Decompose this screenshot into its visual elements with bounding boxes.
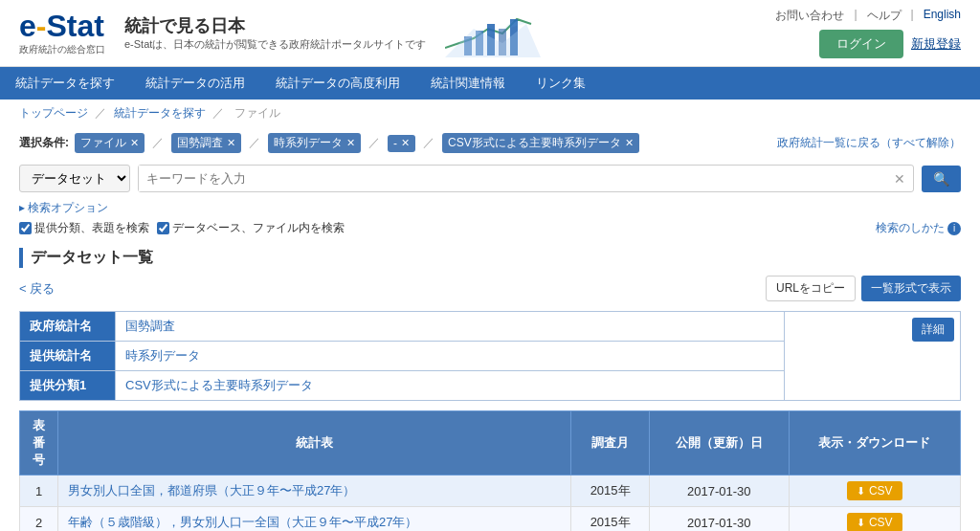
nav-item-use[interactable]: 統計データの活用 xyxy=(130,67,260,100)
search-how-link[interactable]: 検索のしかた i xyxy=(876,220,961,236)
row2-dl: CSV xyxy=(789,507,960,532)
section-title: データセット一覧 xyxy=(19,248,153,268)
table-row: 2 年齢（５歳階級），男女別人口一全国（大正９年〜平成27年） 2015年 20… xyxy=(20,507,961,532)
logo: e-Stat xyxy=(19,11,104,41)
filter-tag-dash: - ✕ xyxy=(388,135,415,152)
col-date: 公開（更新）日 xyxy=(650,411,790,476)
row1-num: 1 xyxy=(20,476,58,507)
breadcrumb-top[interactable]: トップページ xyxy=(19,106,88,120)
breadcrumb: トップページ ／ 統計データを探す ／ ファイル xyxy=(0,100,980,127)
info-link-gov[interactable]: 国勢調査 xyxy=(125,319,175,333)
back-link[interactable]: 戻る xyxy=(19,280,55,298)
reset-all-link[interactable]: 政府統計一覧に戻る（すべて解除） xyxy=(777,136,961,149)
info-link-category[interactable]: CSV形式による主要時系列データ xyxy=(125,378,313,392)
row2-date: 2017-01-30 xyxy=(650,507,790,532)
filter-tag-census: 国勢調査 ✕ xyxy=(171,133,241,153)
main-nav: 統計データを探す 統計データの活用 統計データの高度利用 統計関連情報 リンク集 xyxy=(0,67,980,100)
header-right: お問い合わせ | ヘルプ | English ログイン 新規登録 xyxy=(775,8,961,58)
filter-tag-file-close[interactable]: ✕ xyxy=(130,137,139,149)
info-label-stats: 提供統計名 xyxy=(20,342,116,371)
col-title: 統計表 xyxy=(58,411,571,476)
check-title-text: 提供分類、表題を検索 xyxy=(34,220,149,236)
info-value-stats: 時系列データ xyxy=(116,342,785,371)
logo-dash: - xyxy=(36,9,47,43)
header-left: e-Stat 政府統計の総合窓口 統計で見る日本 e-Statは、日本の統計が閲… xyxy=(19,10,541,57)
row2-title: 年齢（５歳階級），男女別人口一全国（大正９年〜平成27年） xyxy=(58,507,571,532)
filter-tag-csv-text: CSV形式による主要時系列データ xyxy=(448,135,621,151)
search-options-row: 提供分類、表題を検索 データベース、ファイル内を検索 検索のしかた i xyxy=(19,220,961,236)
nav-item-search[interactable]: 統計データを探す xyxy=(0,67,130,100)
logo-area: e-Stat 政府統計の総合窓口 xyxy=(19,11,105,56)
nav-item-related[interactable]: 統計関連情報 xyxy=(415,67,521,100)
data-table-header-row: 表番号 統計表 調査月 公開（更新）日 表示・ダウンロード xyxy=(20,411,961,476)
info-row-gov: 政府統計名 国勢調査 詳細 xyxy=(20,312,961,342)
search-bar: データセット ✕ 🔍 xyxy=(0,159,980,198)
col-num: 表番号 xyxy=(20,411,58,476)
table-row: 1 男女別人口全国，都道府県（大正９年〜平成27年） 2015年 2017-01… xyxy=(20,476,961,507)
row2-year: 2015年 xyxy=(571,507,650,532)
info-table: 政府統計名 国勢調査 詳細 提供統計名 時系列データ 提供分類1 CSV形式によ… xyxy=(19,311,961,401)
check-db[interactable] xyxy=(157,222,169,234)
list-view-button[interactable]: 一覧形式で表示 xyxy=(861,276,961,301)
filter-label: 選択条件: xyxy=(19,135,69,151)
logo-e: e xyxy=(19,9,36,43)
col-year: 調査月 xyxy=(571,411,650,476)
filter-tag-census-close[interactable]: ✕ xyxy=(227,137,235,149)
logo-subtitle: 政府統計の総合窓口 xyxy=(19,43,105,56)
contact-link[interactable]: お問い合わせ xyxy=(775,8,844,24)
row2-num: 2 xyxy=(20,507,58,532)
header-links: お問い合わせ | ヘルプ | English xyxy=(775,8,961,24)
filter-tag-timeseries-close[interactable]: ✕ xyxy=(346,137,355,149)
check-title[interactable] xyxy=(19,222,32,234)
info-label-gov: 政府統計名 xyxy=(20,312,116,342)
action-buttons: URLをコピー 一覧形式で表示 xyxy=(766,276,961,301)
info-link-stats[interactable]: 時系列データ xyxy=(125,348,200,363)
filter-tag-file: ファイル ✕ xyxy=(75,133,145,153)
check-db-text: データベース、ファイル内を検索 xyxy=(172,220,345,236)
search-type-select[interactable]: データセット xyxy=(19,165,130,192)
info-value-category: CSV形式による主要時系列データ xyxy=(116,371,785,401)
filter-bar: 選択条件: ファイル ✕ ／ 国勢調査 ✕ ／ 時系列データ ✕ ／ - ✕ ／… xyxy=(0,127,980,159)
col-dl: 表示・ダウンロード xyxy=(789,411,960,476)
check-label-db[interactable]: データベース、ファイル内を検索 xyxy=(157,220,345,236)
breadcrumb-current: ファイル xyxy=(234,106,280,120)
english-link[interactable]: English xyxy=(924,8,961,24)
row1-title-link[interactable]: 男女別人口全国，都道府県（大正９年〜平成27年） xyxy=(68,483,355,498)
search-options-link[interactable]: ▸ 検索オプション xyxy=(19,201,108,214)
section-title-area: データセット一覧 xyxy=(0,240,980,272)
row1-year: 2015年 xyxy=(571,476,650,507)
filter-tag-timeseries-text: 時系列データ xyxy=(274,135,343,151)
search-clear-button[interactable]: ✕ xyxy=(886,171,913,187)
row2-title-link[interactable]: 年齢（５歳階級），男女別人口一全国（大正９年〜平成27年） xyxy=(68,515,417,529)
tagline-desc: e-Statは、日本の統計が閲覧できる政府統計ポータルサイトです xyxy=(124,37,426,52)
row1-csv-button[interactable]: CSV xyxy=(847,481,902,500)
url-copy-button[interactable]: URLをコピー xyxy=(766,276,856,301)
search-input[interactable] xyxy=(139,166,886,191)
search-how-text: 検索のしかた xyxy=(876,220,945,236)
check-label-title[interactable]: 提供分類、表題を検索 xyxy=(19,220,149,236)
help-link[interactable]: ヘルプ xyxy=(867,8,902,24)
tagline-title: 統計で見る日本 xyxy=(124,14,426,37)
data-table: 表番号 統計表 調査月 公開（更新）日 表示・ダウンロード 1 男女別人口全国，… xyxy=(19,410,961,531)
row2-csv-button[interactable]: CSV xyxy=(847,513,902,531)
detail-button[interactable]: 詳細 xyxy=(912,318,954,342)
register-button[interactable]: 新規登録 xyxy=(911,30,961,58)
search-button[interactable]: 🔍 xyxy=(922,166,961,192)
filter-tag-csv: CSV形式による主要時系列データ ✕ xyxy=(442,133,639,153)
breadcrumb-search[interactable]: 統計データを探す xyxy=(114,106,206,120)
info-icon: i xyxy=(947,222,961,235)
filter-tag-census-text: 国勢調査 xyxy=(177,135,223,151)
info-value-gov: 国勢調査 xyxy=(116,312,785,342)
action-row: 戻る URLをコピー 一覧形式で表示 xyxy=(0,272,980,305)
row1-title: 男女別人口全国，都道府県（大正９年〜平成27年） xyxy=(58,476,571,507)
info-detail-cell: 詳細 xyxy=(785,312,961,401)
header-tagline: 統計で見る日本 e-Statは、日本の統計が閲覧できる政府統計ポータルサイトです xyxy=(124,14,426,52)
filter-tag-dash-close[interactable]: ✕ xyxy=(401,137,410,149)
search-input-wrap: ✕ xyxy=(138,165,914,192)
header: e-Stat 政府統計の総合窓口 統計で見る日本 e-Statは、日本の統計が閲… xyxy=(0,0,980,67)
login-button[interactable]: ログイン xyxy=(819,30,903,58)
filter-tag-csv-close[interactable]: ✕ xyxy=(625,137,634,149)
chart-decoration xyxy=(445,10,541,57)
nav-item-advanced[interactable]: 統計データの高度利用 xyxy=(260,67,415,100)
nav-item-links[interactable]: リンク集 xyxy=(521,67,601,100)
